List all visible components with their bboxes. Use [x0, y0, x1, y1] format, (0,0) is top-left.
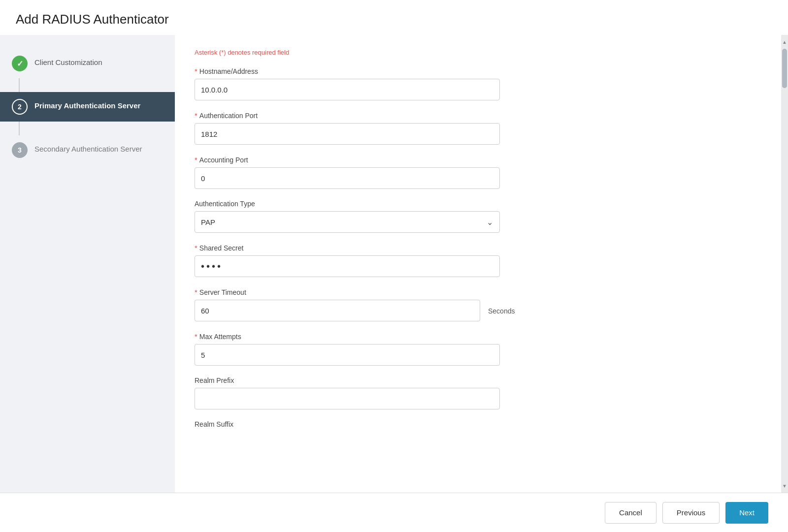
server-timeout-label: * Server Timeout — [195, 288, 752, 296]
stepper-item-secondary-auth[interactable]: 3 Secondary Authentication Server — [0, 135, 175, 165]
max-attempts-label: * Max Attempts — [195, 332, 752, 341]
server-timeout-group: * Server Timeout Seconds — [195, 288, 752, 321]
auth-type-label: Authentication Type — [195, 200, 752, 208]
max-attempts-input[interactable] — [195, 344, 500, 366]
next-button[interactable]: Next — [725, 502, 768, 524]
page-title: Add RADIUS Authenticator — [16, 12, 772, 27]
auth-port-input[interactable] — [195, 123, 500, 145]
page-footer: Cancel Previous Next — [0, 493, 788, 532]
required-note: Asterisk (*) denotes required field — [195, 49, 752, 56]
checkmark-icon — [17, 59, 23, 68]
max-attempts-group: * Max Attempts — [195, 332, 752, 366]
hostname-input[interactable] — [195, 79, 500, 100]
stepper-label-primary-auth: Primary Authentication Server — [34, 99, 140, 110]
auth-port-group: * Authentication Port — [195, 111, 752, 145]
scrollbar-thumb[interactable] — [782, 49, 787, 88]
auth-port-label: * Authentication Port — [195, 111, 752, 120]
shared-secret-group: * Shared Secret — [195, 244, 752, 277]
realm-prefix-group: Realm Prefix — [195, 376, 752, 409]
auth-port-required-star: * — [195, 111, 197, 120]
auth-type-group: Authentication Type PAP CHAP MS-CHAPv1 M… — [195, 200, 752, 233]
hostname-required-star: * — [195, 67, 197, 75]
hostname-group: * Hostname/Address — [195, 67, 752, 100]
stepper-item-primary-auth[interactable]: 2 Primary Authentication Server — [0, 92, 175, 122]
stepper-connector-1 — [19, 78, 20, 92]
step-1-circle — [12, 56, 28, 71]
previous-button[interactable]: Previous — [662, 502, 720, 524]
realm-prefix-input[interactable] — [195, 388, 500, 409]
step-2-circle: 2 — [12, 99, 28, 115]
cancel-button[interactable]: Cancel — [605, 502, 657, 524]
shared-secret-required-star: * — [195, 244, 197, 252]
server-timeout-input[interactable] — [195, 300, 480, 321]
page-header: Add RADIUS Authenticator — [0, 0, 788, 35]
accounting-port-required-star: * — [195, 156, 197, 164]
shared-secret-input[interactable] — [195, 255, 500, 277]
max-attempts-required-star: * — [195, 332, 197, 341]
step-3-number: 3 — [18, 146, 22, 154]
realm-prefix-label: Realm Prefix — [195, 376, 752, 384]
realm-suffix-group: Realm Suffix — [195, 420, 752, 428]
accounting-port-label: * Accounting Port — [195, 156, 752, 164]
timeout-row: Seconds — [195, 300, 752, 321]
seconds-label: Seconds — [488, 306, 515, 315]
accounting-port-input[interactable] — [195, 167, 500, 189]
form-area: Asterisk (*) denotes required field * Ho… — [175, 35, 781, 493]
stepper-connector-2 — [19, 122, 20, 135]
scroll-up-arrow[interactable]: ▲ — [781, 37, 788, 47]
step-2-number: 2 — [18, 103, 22, 111]
hostname-label: * Hostname/Address — [195, 67, 752, 75]
stepper-item-client-customization[interactable]: Client Customization — [0, 49, 175, 78]
accounting-port-group: * Accounting Port — [195, 156, 752, 189]
auth-type-select[interactable]: PAP CHAP MS-CHAPv1 MS-CHAPv2 — [195, 211, 500, 233]
server-timeout-required-star: * — [195, 288, 197, 296]
scroll-down-arrow[interactable]: ▼ — [781, 481, 788, 491]
shared-secret-label: * Shared Secret — [195, 244, 752, 252]
stepper-label-client-customization: Client Customization — [34, 56, 102, 66]
stepper-sidebar: Client Customization 2 Primary Authentic… — [0, 35, 175, 493]
page-scrollbar: ▲ ▼ — [781, 35, 788, 493]
main-content: Client Customization 2 Primary Authentic… — [0, 35, 788, 493]
step-3-circle: 3 — [12, 142, 28, 158]
realm-suffix-label: Realm Suffix — [195, 420, 752, 428]
auth-type-select-wrapper: PAP CHAP MS-CHAPv1 MS-CHAPv2 ⌄ — [195, 211, 500, 233]
stepper-label-secondary-auth: Secondary Authentication Server — [34, 142, 142, 153]
